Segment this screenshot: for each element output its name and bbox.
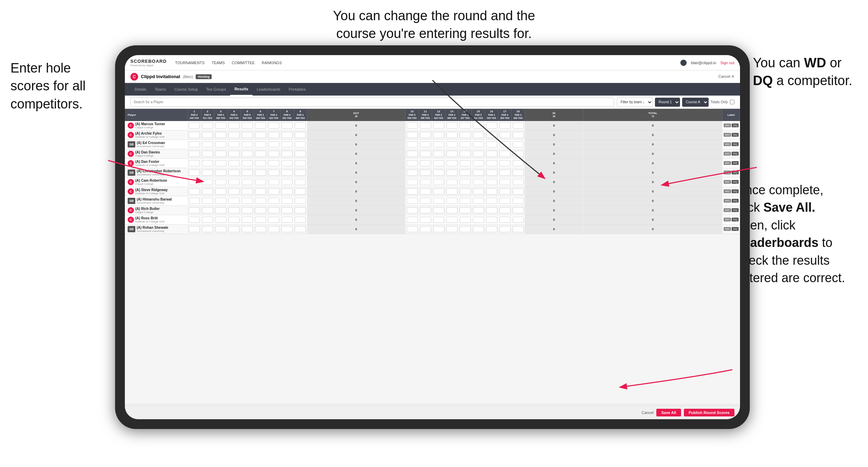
score-input-hole-4[interactable] xyxy=(228,198,240,204)
score-input-hole-6[interactable] xyxy=(255,217,266,223)
score-input-hole-6[interactable] xyxy=(255,179,266,185)
score-input-hole-11[interactable] xyxy=(420,198,431,204)
score-input-hole-4[interactable] xyxy=(228,226,240,232)
score-input-hole-2[interactable] xyxy=(202,132,213,138)
score-input-hole-4[interactable] xyxy=(228,217,240,223)
score-input-hole-17[interactable] xyxy=(499,207,511,213)
score-input-hole-4[interactable] xyxy=(228,151,240,157)
score-input-hole-10[interactable] xyxy=(407,160,418,166)
score-input-hole-7[interactable] xyxy=(268,226,279,232)
score-input-hole-5[interactable] xyxy=(242,170,253,176)
score-input-hole-1[interactable] xyxy=(189,207,200,213)
score-input-hole-9[interactable] xyxy=(295,226,306,232)
score-input-hole-8[interactable] xyxy=(281,217,293,223)
score-input-hole-4[interactable] xyxy=(228,188,240,195)
score-input-hole-10[interactable] xyxy=(407,188,418,195)
score-input-hole-9[interactable] xyxy=(295,188,306,195)
score-input-hole-3[interactable] xyxy=(215,122,226,129)
score-input-hole-11[interactable] xyxy=(420,179,431,185)
score-input-hole-4[interactable] xyxy=(228,207,240,213)
score-input-hole-5[interactable] xyxy=(242,188,253,195)
score-input-hole-8[interactable] xyxy=(281,160,293,166)
score-input-hole-12[interactable] xyxy=(433,132,444,138)
score-input-hole-13[interactable] xyxy=(446,151,458,157)
score-input-hole-7[interactable] xyxy=(268,151,279,157)
score-input-hole-4[interactable] xyxy=(228,170,240,176)
score-input-hole-7[interactable] xyxy=(268,122,279,129)
score-input-hole-2[interactable] xyxy=(202,207,213,213)
score-input-hole-3[interactable] xyxy=(215,151,226,157)
score-input-hole-6[interactable] xyxy=(255,198,266,204)
score-input-hole-1[interactable] xyxy=(189,151,200,157)
score-input-hole-14[interactable] xyxy=(460,122,471,129)
score-input-hole-15[interactable] xyxy=(473,132,484,138)
wd-button[interactable]: WD xyxy=(724,161,731,165)
score-input-hole-1[interactable] xyxy=(189,198,200,204)
score-input-hole-15[interactable] xyxy=(473,160,484,166)
score-input-hole-2[interactable] xyxy=(202,151,213,157)
tab-results[interactable]: Results xyxy=(230,83,252,96)
score-input-hole-17[interactable] xyxy=(499,122,511,129)
round-select[interactable]: Round 1 xyxy=(655,98,680,107)
nav-teams[interactable]: TEAMS xyxy=(212,61,225,65)
score-input-hole-13[interactable] xyxy=(446,122,458,129)
score-input-hole-13[interactable] xyxy=(446,179,458,185)
tab-tee-groups[interactable]: Tee Groups xyxy=(202,83,230,96)
score-input-hole-1[interactable] xyxy=(189,132,200,138)
score-input-hole-10[interactable] xyxy=(407,198,418,204)
dq-button[interactable]: DQ xyxy=(732,152,739,156)
wd-button[interactable]: WD xyxy=(724,180,731,184)
score-input-hole-10[interactable] xyxy=(407,207,418,213)
wd-button[interactable]: WD xyxy=(724,152,731,156)
course-select[interactable]: Course A xyxy=(682,98,709,107)
score-input-hole-16[interactable] xyxy=(486,188,497,195)
wd-button[interactable]: WD xyxy=(724,189,731,193)
score-input-hole-1[interactable] xyxy=(189,122,200,129)
score-input-hole-1[interactable] xyxy=(189,179,200,185)
score-input-hole-13[interactable] xyxy=(446,132,458,138)
score-input-hole-9[interactable] xyxy=(295,151,306,157)
tab-teams[interactable]: Teams xyxy=(151,83,170,96)
score-input-hole-9[interactable] xyxy=(295,170,306,176)
dq-button[interactable]: DQ xyxy=(732,208,739,212)
score-input-hole-9[interactable] xyxy=(295,179,306,185)
score-input-hole-11[interactable] xyxy=(420,141,431,148)
score-input-hole-17[interactable] xyxy=(499,170,511,176)
score-input-hole-18[interactable] xyxy=(513,151,524,157)
score-input-hole-15[interactable] xyxy=(473,226,484,232)
score-input-hole-7[interactable] xyxy=(268,179,279,185)
score-input-hole-11[interactable] xyxy=(420,160,431,166)
score-input-hole-15[interactable] xyxy=(473,151,484,157)
score-input-hole-2[interactable] xyxy=(202,170,213,176)
score-input-hole-12[interactable] xyxy=(433,198,444,204)
score-input-hole-2[interactable] xyxy=(202,160,213,166)
score-input-hole-16[interactable] xyxy=(486,207,497,213)
score-input-hole-9[interactable] xyxy=(295,160,306,166)
dq-button[interactable]: DQ xyxy=(732,199,739,203)
score-input-hole-7[interactable] xyxy=(268,160,279,166)
score-input-hole-2[interactable] xyxy=(202,217,213,223)
wd-button[interactable]: WD xyxy=(724,227,731,231)
nav-tournaments[interactable]: TOURNAMENTS xyxy=(175,61,205,65)
score-input-hole-4[interactable] xyxy=(228,179,240,185)
score-input-hole-5[interactable] xyxy=(242,217,253,223)
score-input-hole-18[interactable] xyxy=(513,122,524,129)
score-input-hole-12[interactable] xyxy=(433,170,444,176)
score-input-hole-9[interactable] xyxy=(295,132,306,138)
wd-button[interactable]: WD xyxy=(724,133,731,137)
score-input-hole-6[interactable] xyxy=(255,160,266,166)
score-input-hole-7[interactable] xyxy=(268,207,279,213)
score-input-hole-8[interactable] xyxy=(281,179,293,185)
score-input-hole-11[interactable] xyxy=(420,188,431,195)
dq-button[interactable]: DQ xyxy=(732,142,739,146)
dq-button[interactable]: DQ xyxy=(732,133,739,137)
score-input-hole-15[interactable] xyxy=(473,141,484,148)
dq-button[interactable]: DQ xyxy=(732,171,739,174)
score-input-hole-2[interactable] xyxy=(202,141,213,148)
score-input-hole-10[interactable] xyxy=(407,179,418,185)
score-input-hole-8[interactable] xyxy=(281,141,293,148)
score-input-hole-6[interactable] xyxy=(255,151,266,157)
score-input-hole-8[interactable] xyxy=(281,170,293,176)
score-input-hole-18[interactable] xyxy=(513,226,524,232)
score-input-hole-8[interactable] xyxy=(281,207,293,213)
